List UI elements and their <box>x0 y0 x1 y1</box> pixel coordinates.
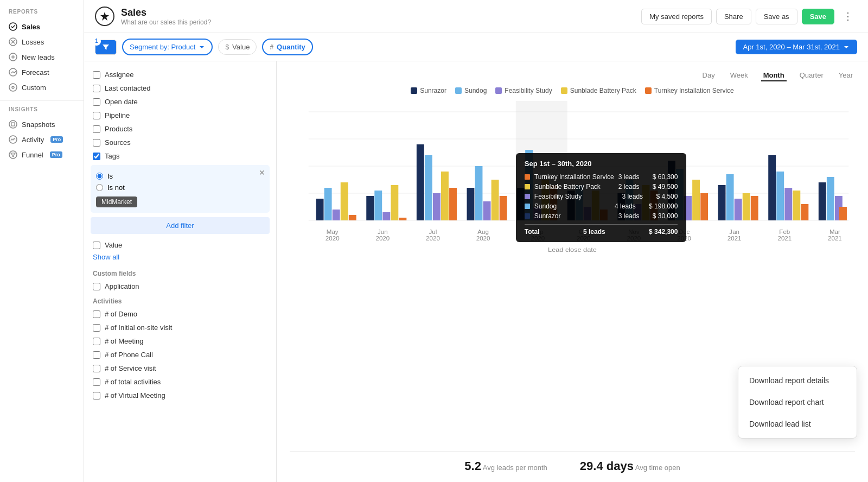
radio-is-not-input[interactable] <box>96 184 103 191</box>
svg-rect-55 <box>650 191 658 220</box>
time-nav-quarter[interactable]: Quarter <box>797 70 826 81</box>
sidebar-item-forecast[interactable]: Forecast <box>0 65 84 80</box>
sidebar-item-activity[interactable]: Activity Pro <box>0 132 84 147</box>
checkbox-pipeline-input[interactable] <box>93 112 100 119</box>
svg-text:Sep: Sep <box>532 229 544 235</box>
svg-rect-49 <box>592 191 599 220</box>
checkbox-phone-call[interactable]: # of Phone Call <box>84 348 276 362</box>
sidebar-item-new-leads[interactable]: New leads <box>0 49 84 65</box>
quantity-metric-button[interactable]: # Quantity <box>262 39 312 55</box>
svg-text:Nov: Nov <box>628 229 640 235</box>
tags-filter-sub: ✕ Is Is not MidMarket <box>91 165 270 213</box>
checkbox-service-visit[interactable]: # of Service visit <box>84 362 276 375</box>
sidebar-item-sales[interactable]: Sales <box>0 19 84 34</box>
time-nav-day[interactable]: Day <box>700 70 717 81</box>
svg-rect-70 <box>801 204 808 220</box>
checkbox-value-input[interactable] <box>93 242 100 249</box>
checkbox-sources[interactable]: Sources <box>84 136 276 149</box>
share-button[interactable]: Share <box>716 9 751 24</box>
value-metric-button[interactable]: $ Value <box>218 39 257 55</box>
checkbox-sources-label: Sources <box>105 138 131 147</box>
sidebar-item-label-sales: Sales <box>22 23 40 31</box>
svg-text:Dec: Dec <box>679 229 690 235</box>
time-nav-month[interactable]: Month <box>761 70 787 81</box>
time-nav-week[interactable]: Week <box>728 70 750 81</box>
legend-dot-sundog <box>455 87 462 94</box>
checkbox-products-input[interactable] <box>93 125 100 133</box>
checkbox-total-activities[interactable]: # of total activities <box>84 375 276 389</box>
date-range-label: Apr 1st, 2020 – Mar 31st, 2021 <box>743 43 840 51</box>
add-filter-button[interactable]: Add filter <box>91 217 270 234</box>
checkbox-demo[interactable]: # of Demo <box>84 307 276 321</box>
download-lead-list[interactable]: Download lead list <box>738 413 857 435</box>
download-dropdown: Download report details Download report … <box>738 366 857 439</box>
funnel-pro-badge: Pro <box>50 151 62 158</box>
sidebar-item-label-custom: Custom <box>22 84 46 92</box>
date-range-button[interactable]: Apr 1st, 2020 – Mar 31st, 2021 <box>736 40 858 54</box>
svg-rect-56 <box>668 161 675 220</box>
legend-label-feasibility: Feasibility Study <box>505 87 552 94</box>
radio-is-not[interactable]: Is not <box>96 182 264 193</box>
save-button[interactable]: Save <box>802 9 834 24</box>
save-as-button[interactable]: Save as <box>756 9 797 24</box>
svg-rect-42 <box>525 150 533 220</box>
checkbox-tags-input[interactable] <box>93 153 100 160</box>
checkbox-last-contacted[interactable]: Last contacted <box>84 81 276 95</box>
svg-text:2021: 2021 <box>727 236 742 242</box>
radio-is[interactable]: Is <box>96 170 264 182</box>
checkbox-open-date-input[interactable] <box>93 98 100 106</box>
checkbox-sources-input[interactable] <box>93 139 100 147</box>
checkbox-tags[interactable]: Tags <box>84 149 276 163</box>
svg-text:May: May <box>327 229 339 235</box>
segment-dropdown[interactable]: Segment by: Product <box>122 39 213 55</box>
svg-rect-51 <box>617 193 625 220</box>
sidebar-item-funnel[interactable]: Funnel Pro <box>0 147 84 162</box>
checkbox-initial-visit[interactable]: # of Initial on-site visit <box>84 321 276 334</box>
quantity-label: Quantity <box>277 43 305 51</box>
sidebar-item-label-losses: Losses <box>22 38 44 46</box>
checkbox-application-label: Application <box>105 282 139 290</box>
svg-rect-44 <box>541 180 549 220</box>
stat-avg-time: 29.4 days Avg time open <box>580 459 680 473</box>
svg-rect-59 <box>692 180 700 220</box>
filter-button[interactable]: 1 <box>95 40 117 55</box>
show-all-link[interactable]: Show all <box>84 252 276 265</box>
my-saved-reports-button[interactable]: My saved reports <box>641 9 712 24</box>
more-options-button[interactable]: ⋮ <box>839 8 857 24</box>
tag-value-pill[interactable]: MidMarket <box>96 196 137 207</box>
svg-text:2020: 2020 <box>326 236 340 242</box>
segment-panel: Assignee Last contacted Open date Pipeli… <box>84 61 277 482</box>
checkbox-virtual-meeting[interactable]: # of Virtual Meeting <box>84 389 276 402</box>
checkbox-value[interactable]: Value <box>84 238 276 252</box>
custom-fields-header: Custom fields <box>84 265 276 280</box>
custom-icon <box>9 83 17 92</box>
sidebar-item-custom[interactable]: Custom <box>0 80 84 95</box>
filter-sub-close-button[interactable]: ✕ <box>259 168 265 177</box>
checkbox-last-contacted-input[interactable] <box>93 85 100 92</box>
sidebar-item-snapshots[interactable]: Snapshots <box>0 117 84 132</box>
checkbox-assignee-input[interactable] <box>93 71 100 79</box>
time-nav-year[interactable]: Year <box>837 70 855 81</box>
sidebar-item-losses[interactable]: Losses <box>0 34 84 49</box>
svg-rect-20 <box>316 199 324 220</box>
download-report-details[interactable]: Download report details <box>738 370 857 391</box>
svg-rect-45 <box>550 185 557 220</box>
checkbox-meeting[interactable]: # of Meeting <box>84 334 276 348</box>
checkbox-open-date[interactable]: Open date <box>84 95 276 109</box>
radio-is-input[interactable] <box>96 173 103 180</box>
svg-rect-28 <box>391 185 398 220</box>
svg-rect-30 <box>417 144 424 220</box>
svg-rect-29 <box>399 218 406 220</box>
checkbox-application-input[interactable] <box>93 283 100 290</box>
checkbox-assignee[interactable]: Assignee <box>84 68 276 81</box>
svg-point-8 <box>9 84 17 91</box>
checkbox-pipeline[interactable]: Pipeline <box>84 109 276 122</box>
checkbox-products[interactable]: Products <box>84 122 276 136</box>
download-report-chart[interactable]: Download report chart <box>738 391 857 413</box>
svg-rect-37 <box>483 201 491 220</box>
svg-text:Lead close date: Lead close date <box>548 246 597 253</box>
svg-text:2020: 2020 <box>627 236 641 242</box>
checkbox-application[interactable]: Application <box>84 280 276 293</box>
svg-rect-27 <box>382 212 390 220</box>
svg-text:2021: 2021 <box>828 236 842 242</box>
